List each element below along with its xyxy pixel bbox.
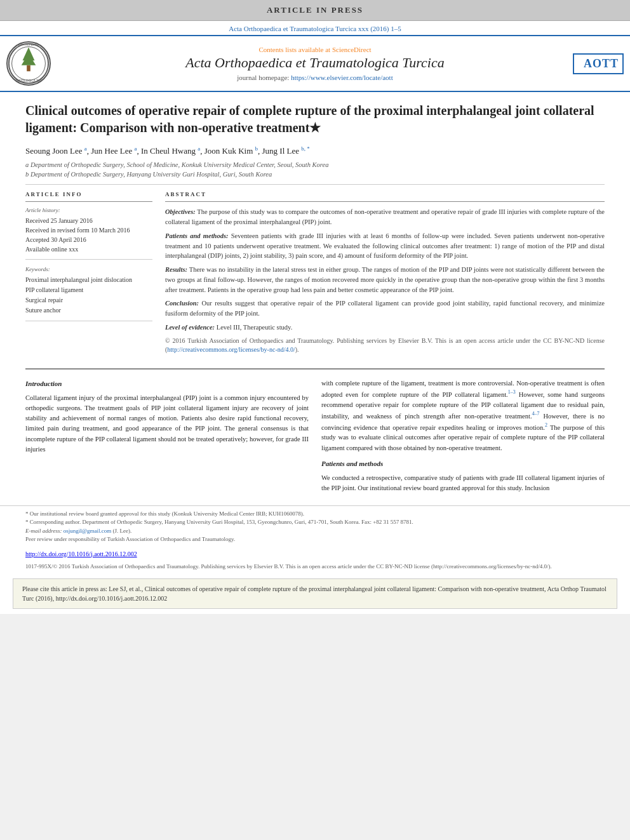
abstract-col: ABSTRACT Objectives: The purpose of this…: [165, 191, 605, 357]
intro-para2: with complete rupture of the ligament, t…: [321, 378, 605, 453]
footnote-star2: * Corresponding author. Department of Or…: [25, 518, 605, 527]
keywords-section: Keywords: Proximal interphalangeal joint…: [25, 266, 152, 316]
body-col-left: Introduction Collateral ligament injury …: [25, 378, 309, 499]
revised-date: Received in revised form 10 March 2016: [25, 225, 152, 235]
abstract-text: Objectives: The purpose of this study wa…: [165, 207, 605, 354]
keyword-4: Suture anchor: [25, 305, 152, 316]
abstract-results: Results: There was no instability in the…: [165, 265, 605, 295]
abstract-level: Level of evidence: Level III, Therapeuti…: [165, 323, 605, 333]
abstract-conclusion: Conclusion: Our results suggest that ope…: [165, 298, 605, 319]
cc-license-link[interactable]: http://creativecommons.org/licenses/by-n…: [167, 346, 295, 353]
authors-line: Seoung Joon Lee a, Jun Hee Lee a, In Che…: [25, 145, 605, 156]
abstract-patients: Patients and methods: Seventeen patients…: [165, 231, 605, 261]
footnote-peer-review: Peer review under responsibility of Turk…: [25, 535, 605, 544]
keywords-label: Keywords:: [25, 266, 152, 272]
intro-para1: Collateral ligament injury of the proxim…: [25, 393, 309, 455]
affiliation-a: a Department of Orthopedic Surgery, Scho…: [25, 161, 605, 168]
journal-homepage: journal homepage: https://www.elsevier.c…: [57, 74, 573, 81]
patients-methods-para1: We conducted a retrospective, comparativ…: [321, 473, 605, 494]
received-date: Received 25 January 2016: [25, 216, 152, 225]
article-history-label: Article history:: [25, 207, 152, 213]
svg-rect-4: [27, 65, 30, 71]
article-title: Clinical outcomes of operative repair of…: [25, 102, 605, 137]
abstract-copyright: © 2016 Turkish Association of Orthopaedi…: [165, 337, 605, 354]
article-info-header: ARTICLE INFO: [25, 191, 152, 197]
email-link[interactable]: osjungil@gmail.com: [64, 528, 112, 534]
svg-text:TRAUMATOLOGICA TURCICA: TRAUMATOLOGICA TURCICA: [8, 79, 50, 83]
keyword-3: Surgical repair: [25, 295, 152, 305]
article-in-press-banner: ARTICLE IN PRESS: [0, 0, 630, 21]
patients-methods-title: Patients and methods: [321, 458, 605, 469]
keyword-1: Proximal interphalangeal joint dislocati…: [25, 275, 152, 285]
journal-header-center: Contents lists available at ScienceDirec…: [57, 46, 573, 81]
body-col-right: with complete rupture of the ligament, t…: [321, 378, 605, 499]
journal-title: Acta Orthopaedica et Traumatologica Turc…: [57, 55, 573, 71]
body-content: Introduction Collateral ligament injury …: [0, 372, 630, 505]
bottom-copyright: 1017-995X/© 2016 Turkish Association of …: [0, 560, 630, 574]
doi-line: http://dx.doi.org/10.1016/j.aott.2016.12…: [0, 548, 630, 560]
doi-link[interactable]: http://dx.doi.org/10.1016/j.aott.2016.12…: [25, 550, 137, 557]
article-info-abstract-row: ARTICLE INFO Article history: Received 2…: [25, 191, 605, 357]
journal-logo-right: AOTT: [573, 53, 624, 74]
homepage-link[interactable]: https://www.elsevier.com/locate/aott: [291, 74, 393, 81]
article-info-col: ARTICLE INFO Article history: Received 2…: [25, 191, 152, 357]
cite-this-article-banner: Please cite this article in press as: Le…: [13, 578, 617, 609]
journal-circle-logo: TRAUMATOLOGICA TURCICA ACTA ORTHOPAEDICA…: [6, 41, 51, 86]
introduction-title: Introduction: [25, 378, 309, 389]
footnotes-section: * Our institutional review board granted…: [0, 505, 630, 548]
journal-header: TRAUMATOLOGICA TURCICA ACTA ORTHOPAEDICA…: [0, 35, 630, 92]
abstract-header: ABSTRACT: [165, 191, 605, 197]
accepted-date: Accepted 30 April 2016: [25, 235, 152, 244]
contents-available: Contents lists available at ScienceDirec…: [57, 46, 573, 53]
available-online: Available online xxx: [25, 244, 152, 254]
footnote-star1: * Our institutional review board granted…: [25, 510, 605, 519]
journal-citation: Acta Orthopaedica et Traumatologica Turc…: [0, 21, 630, 35]
divider-after-affiliations: [25, 184, 605, 185]
aott-logo: AOTT: [573, 53, 624, 74]
svg-text:ACTA ORTHOPAEDICA ET: ACTA ORTHOPAEDICA ET: [12, 43, 45, 46]
main-content: Clinical outcomes of operative repair of…: [0, 92, 630, 366]
footnote-email: E-mail address: osjungil@gmail.com (J. L…: [25, 527, 605, 536]
affiliation-b: b Department of Orthopedic Surgery, Hany…: [25, 171, 605, 178]
keyword-2: PIP collateral ligament: [25, 285, 152, 295]
journal-logo-left: TRAUMATOLOGICA TURCICA ACTA ORTHOPAEDICA…: [6, 41, 57, 86]
abstract-objectives: Objectives: The purpose of this study wa…: [165, 207, 605, 227]
